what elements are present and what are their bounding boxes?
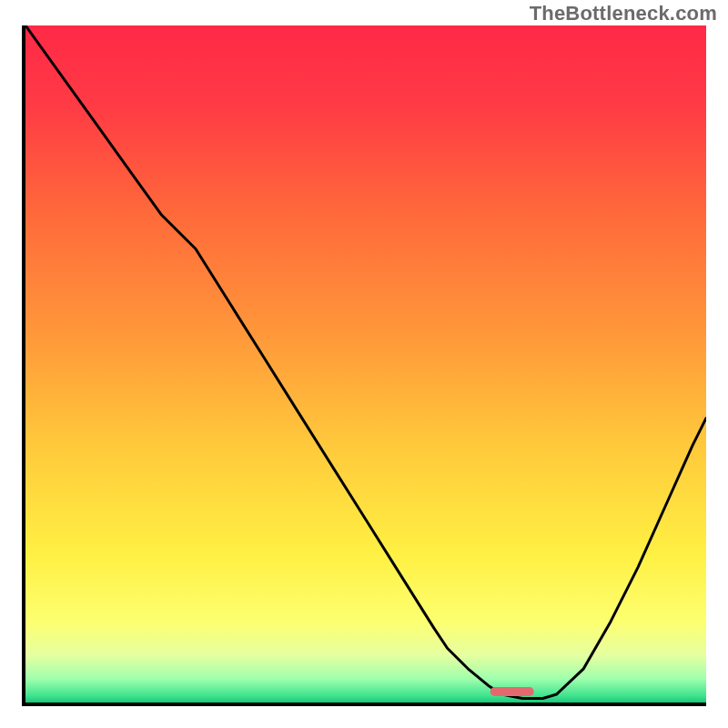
plot-svg [25,25,706,703]
optimal-point-marker [490,687,535,696]
chart-container: TheBottleneck.com [0,0,728,728]
plot-area [22,25,706,706]
watermark-text: TheBottleneck.com [530,2,717,25]
gradient-background [25,25,706,703]
